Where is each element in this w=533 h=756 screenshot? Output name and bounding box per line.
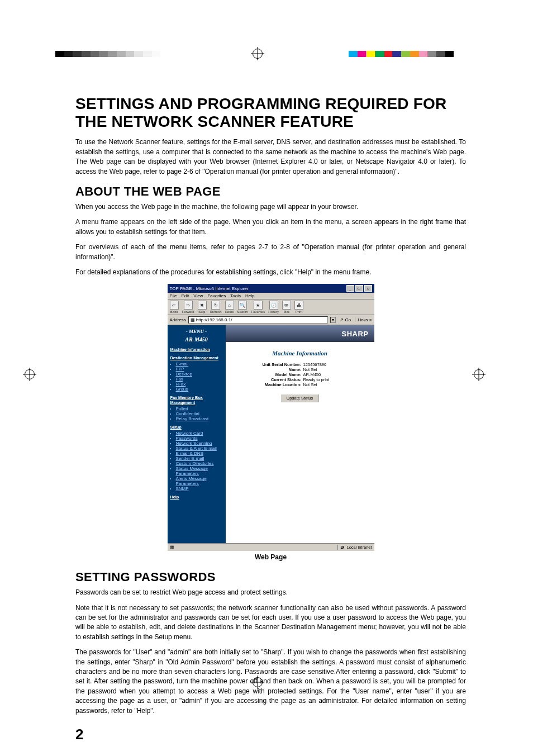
go-button[interactable]: ↗Go bbox=[338, 317, 353, 322]
mi-val-location: Not Set bbox=[303, 382, 348, 387]
setup-network-scanning[interactable]: Network Scanning bbox=[176, 441, 223, 446]
color-bar-left bbox=[55, 51, 169, 57]
address-label: Address bbox=[170, 317, 186, 322]
mi-label-location: Machine Location: bbox=[253, 382, 303, 387]
fax-polled[interactable]: Polled bbox=[176, 406, 223, 411]
passwords-heading: SETTING PASSWORDS bbox=[75, 570, 466, 584]
about-para-3: For overviews of each of the menu items,… bbox=[75, 243, 466, 262]
dest-ifax[interactable]: i-Fax bbox=[176, 382, 223, 387]
dest-mgmt-link[interactable]: Destination Management bbox=[170, 355, 223, 360]
links-label[interactable]: Links » bbox=[355, 317, 372, 322]
setup-snmp[interactable]: SNMP bbox=[176, 486, 223, 491]
menu-help[interactable]: Help bbox=[245, 293, 254, 298]
dest-desktop[interactable]: Desktop bbox=[176, 372, 223, 377]
menu-edit[interactable]: Edit bbox=[181, 293, 189, 298]
menu-frame: - MENU - AR-M450 Machine Information Des… bbox=[168, 325, 226, 543]
menu-file[interactable]: File bbox=[170, 293, 177, 298]
fax-relay[interactable]: Relay Broadcast bbox=[176, 416, 223, 421]
browser-toolbar: ⇐Back ⇒Forward ✖Stop ↻Refresh ⌂Home 🔍Sea… bbox=[168, 299, 374, 315]
right-frame: SHARP Machine Information Unit Serial Nu… bbox=[226, 325, 374, 543]
registration-mark-left bbox=[25, 369, 35, 379]
address-dropdown[interactable]: ▾ bbox=[330, 317, 336, 323]
mi-label-status: Current Status: bbox=[253, 377, 303, 382]
setup-custom-directories[interactable]: Custom Directories bbox=[176, 461, 223, 466]
setup-passwords[interactable]: Passwords bbox=[176, 436, 223, 441]
zone-icon: 🖳 bbox=[340, 545, 345, 550]
browser-statusbar: ▦ 🖳 Local intranet bbox=[168, 543, 374, 551]
about-para-2: A menu frame appears on the left side of… bbox=[75, 217, 466, 237]
minimize-button[interactable]: _ bbox=[346, 285, 354, 292]
address-value: http://192.168.0.1/ bbox=[196, 317, 232, 322]
browser-screenshot: TOP PAGE - Microsoft Internet Explorer _… bbox=[168, 284, 374, 551]
registration-mark-right bbox=[474, 369, 484, 379]
close-button[interactable]: × bbox=[364, 285, 372, 292]
content-frame: - MENU - AR-M450 Machine Information Des… bbox=[168, 325, 374, 543]
menu-view[interactable]: View bbox=[193, 293, 203, 298]
color-bar-right bbox=[349, 51, 454, 57]
menu-favorites[interactable]: Favorites bbox=[207, 293, 226, 298]
machine-info-table: Unit Serial Number:1234567890 Name:Not S… bbox=[253, 362, 348, 387]
machine-info-link[interactable]: Machine Information bbox=[170, 347, 223, 352]
browser-menubar: File Edit View Favorites Tools Help bbox=[168, 293, 374, 299]
mi-label-name: Name: bbox=[253, 367, 303, 372]
screenshot-caption: Web Page bbox=[75, 553, 466, 561]
menu-tools[interactable]: Tools bbox=[230, 293, 241, 298]
page-number: 2 bbox=[75, 726, 466, 743]
registration-mark-top bbox=[253, 49, 263, 59]
mi-val-name: Not Set bbox=[303, 367, 348, 372]
fax-mem-link[interactable]: Fax Memory Box Management bbox=[170, 395, 223, 405]
main-title: SETTINGS AND PROGRAMMING REQUIRED FOR TH… bbox=[75, 95, 466, 131]
maximize-button[interactable]: ▭ bbox=[355, 285, 363, 292]
stop-button[interactable]: ✖Stop bbox=[198, 301, 207, 313]
help-link[interactable]: Help bbox=[170, 495, 223, 500]
mi-val-serial: 1234567890 bbox=[303, 362, 348, 367]
setup-network-card[interactable]: Network Card bbox=[176, 431, 223, 436]
forward-button[interactable]: ⇒Forward bbox=[182, 301, 194, 313]
update-status-button[interactable]: Update Status bbox=[280, 394, 320, 402]
fax-items: Polled Confidential Relay Broadcast bbox=[170, 406, 223, 421]
menu-header: - MENU - bbox=[170, 329, 223, 334]
dest-email[interactable]: E-mail bbox=[176, 362, 223, 367]
zone-label: Local intranet bbox=[346, 545, 372, 550]
intro-paragraph: To use the Network Scanner feature, sett… bbox=[75, 137, 466, 177]
setup-status-msg-params[interactable]: Status Message Parameters bbox=[176, 466, 223, 476]
about-para-1: When you access the Web page in the mach… bbox=[75, 202, 466, 212]
address-field[interactable]: ▦ http://192.168.0.1/ bbox=[188, 316, 329, 324]
home-button[interactable]: ⌂Home bbox=[225, 301, 234, 313]
setup-alerts-msg-params[interactable]: Alerts Message Parameters bbox=[176, 476, 223, 486]
dest-fax[interactable]: Fax bbox=[176, 377, 223, 382]
setup-status-alert-email[interactable]: Status & Alert E-mail bbox=[176, 446, 223, 451]
print-button[interactable]: 🖶Print bbox=[294, 301, 303, 313]
dest-ftp[interactable]: FTP bbox=[176, 367, 223, 372]
dest-group[interactable]: Group bbox=[176, 387, 223, 392]
pw-para-3: The passwords for "User" and "admin" are… bbox=[75, 648, 466, 716]
favorites-button[interactable]: ★Favorites bbox=[251, 301, 265, 313]
setup-sender-email[interactable]: Sender E-mail bbox=[176, 456, 223, 461]
pw-para-2: Note that it is not necessary to set pas… bbox=[75, 603, 466, 643]
brand-name: SHARP bbox=[341, 330, 368, 338]
status-done-icon: ▦ bbox=[170, 545, 174, 550]
back-button[interactable]: ⇐Back bbox=[170, 301, 179, 313]
pw-para-1: Passwords can be set to restrict Web pag… bbox=[75, 588, 466, 597]
address-bar-row: Address ▦ http://192.168.0.1/ ▾ ↗Go Link… bbox=[168, 315, 374, 325]
fax-confidential[interactable]: Confidential bbox=[176, 411, 223, 416]
history-button[interactable]: 🕘History bbox=[268, 301, 279, 313]
brand-banner: SHARP bbox=[226, 325, 374, 342]
refresh-button[interactable]: ↻Refresh bbox=[210, 301, 222, 313]
machine-info-title: Machine Information bbox=[226, 350, 374, 356]
setup-email-dns[interactable]: E-mail & DNS bbox=[176, 451, 223, 456]
about-heading: ABOUT THE WEB PAGE bbox=[75, 184, 466, 199]
setup-items: Network Card Passwords Network Scanning … bbox=[170, 431, 223, 491]
search-button[interactable]: 🔍Search bbox=[237, 301, 248, 313]
setup-link[interactable]: Setup bbox=[170, 425, 223, 430]
mi-label-serial: Unit Serial Number: bbox=[253, 362, 303, 367]
mi-val-status: Ready to print bbox=[303, 377, 348, 382]
mail-button[interactable]: ✉Mail bbox=[282, 301, 291, 313]
registration-mark-bottom bbox=[253, 677, 263, 687]
mi-label-model: Model Name: bbox=[253, 372, 303, 377]
window-title: TOP PAGE - Microsoft Internet Explorer bbox=[170, 286, 249, 291]
security-zone: 🖳 Local intranet bbox=[337, 545, 372, 550]
page-icon: ▦ bbox=[191, 317, 195, 322]
mi-val-model: AR-M450 bbox=[303, 372, 348, 377]
document-page: SETTINGS AND PROGRAMMING REQUIRED FOR TH… bbox=[0, 0, 533, 756]
